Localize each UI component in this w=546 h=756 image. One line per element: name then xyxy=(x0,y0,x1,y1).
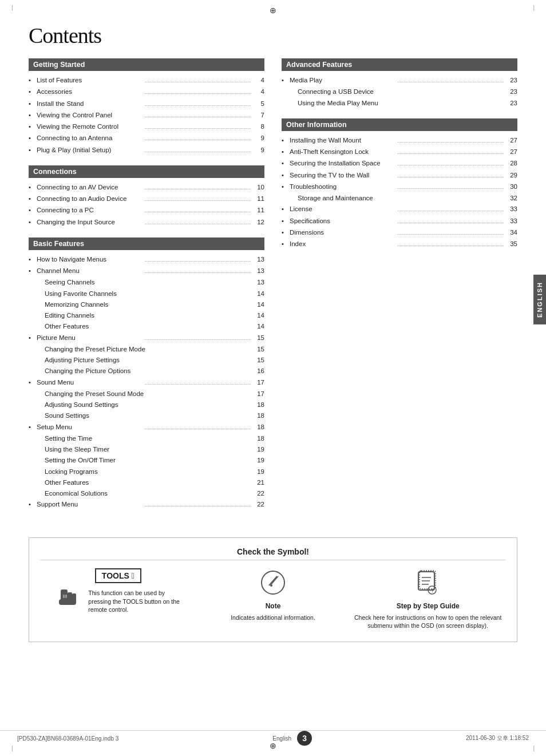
item-label: Changing the Preset Picture Mode xyxy=(45,345,253,354)
dots xyxy=(145,212,251,212)
item-label: Changing the Input Source xyxy=(37,217,143,227)
item-label: Media Play xyxy=(290,76,395,85)
bullet: • xyxy=(29,145,37,155)
sub-item: Using the Media Play Menu 23 xyxy=(282,98,517,108)
list-item: • Channel Menu 13 xyxy=(29,266,264,276)
dots xyxy=(145,272,251,273)
list-item: • Anti-Theft Kensington Lock 27 xyxy=(282,147,517,157)
dots xyxy=(398,246,504,246)
basic-features-list: • How to Navigate Menus 13 • Channel Men… xyxy=(29,255,264,510)
page-num: 19 xyxy=(253,456,264,465)
item-label: Channel Menu xyxy=(37,266,143,276)
note-label: Note xyxy=(266,602,281,610)
note-icon xyxy=(259,568,287,599)
item-label: Securing the Installation Space xyxy=(290,159,395,168)
item-label: Editing Channels xyxy=(45,311,253,320)
list-item: • List of Features 4 xyxy=(29,76,264,85)
sub-item: Locking Programs 19 xyxy=(29,467,264,477)
dots xyxy=(398,211,504,211)
bullet: • xyxy=(282,182,290,192)
item-label: Changing the Preset Sound Mode xyxy=(45,389,253,399)
side-tab: ENGLISH xyxy=(533,275,546,324)
page-num: 33 xyxy=(506,204,517,214)
list-item: • Connecting to an Antenna 9 xyxy=(29,133,264,143)
section-connections: Connections • Connecting to an AV Device… xyxy=(29,165,264,227)
page-num: 9 xyxy=(253,145,264,155)
page-num: 15 xyxy=(253,345,264,354)
sub-item: Sound Settings 18 xyxy=(29,411,264,421)
dots xyxy=(145,506,251,506)
dots xyxy=(145,117,251,117)
page-num: 22 xyxy=(253,489,264,498)
symbol-col-guide: ? Step by Step Guide Check here for inst… xyxy=(350,568,505,630)
section-header-other-information: Other Information xyxy=(282,118,517,131)
bullet: • xyxy=(29,133,37,143)
page-num: 14 xyxy=(253,322,264,331)
item-label: Connecting to a PC xyxy=(37,205,143,215)
item-label: Accessories xyxy=(37,87,143,97)
bullet: • xyxy=(29,194,37,204)
page-num: 18 xyxy=(253,400,264,410)
list-item: • Connecting to an AV Device 10 xyxy=(29,183,264,192)
bullet: • xyxy=(29,378,37,387)
item-label: Connecting to an Audio Device xyxy=(37,194,143,204)
bullet: • xyxy=(282,171,290,180)
section-advanced-features: Advanced Features • Media Play 23 Connec… xyxy=(282,58,517,108)
list-item: • Support Menu 22 xyxy=(29,500,264,509)
page-num: 16 xyxy=(253,366,264,376)
svg-rect-4 xyxy=(63,595,65,598)
page-num: 33 xyxy=(506,216,517,226)
symbol-box: Check the Symbol! TOOLS  xyxy=(29,537,517,642)
page-num: 29 xyxy=(506,171,517,180)
list-item: • Install the Stand 5 xyxy=(29,99,264,109)
sub-item: Editing Channels 14 xyxy=(29,311,264,320)
page-num: 27 xyxy=(506,147,517,157)
bullet: • xyxy=(29,87,37,97)
section-basic-features: Basic Features • How to Navigate Menus 1… xyxy=(29,238,264,510)
page-num: 12 xyxy=(253,217,264,227)
dots xyxy=(145,339,251,340)
page-num: 19 xyxy=(253,467,264,477)
svg-rect-5 xyxy=(65,595,67,598)
dots xyxy=(398,153,504,154)
corner-tr: | xyxy=(533,5,535,11)
sub-item: Using the Sleep Timer 19 xyxy=(29,445,264,454)
section-header-connections: Connections xyxy=(29,165,264,178)
connections-list: • Connecting to an AV Device 10 • Connec… xyxy=(29,183,264,227)
tools-icon-row: This function can be used by pressing th… xyxy=(56,587,180,617)
item-label: Using the Sleep Timer xyxy=(45,445,253,454)
svg-text:?: ? xyxy=(431,588,434,593)
bullet: • xyxy=(29,217,37,227)
svg-rect-3 xyxy=(59,599,76,605)
list-item: • Changing the Input Source 12 xyxy=(29,217,264,227)
footer-right: 2011-06-30 오후 1:18:52 xyxy=(466,734,529,742)
list-item: • Troubleshooting 30 xyxy=(282,182,517,192)
page-num: 13 xyxy=(253,278,264,287)
page-num: 18 xyxy=(253,411,264,421)
col-left: Getting Started • List of Features 4 • A… xyxy=(29,58,264,520)
tools-hand-svg xyxy=(56,587,85,615)
dots xyxy=(398,177,504,177)
list-item: • Securing the Installation Space 28 xyxy=(282,159,517,168)
bullet: • xyxy=(29,333,37,343)
item-label: Using Favorite Channels xyxy=(45,289,253,299)
item-label: Index xyxy=(290,239,395,249)
page-num: 4 xyxy=(253,76,264,85)
guide-svg: ? xyxy=(414,568,442,597)
bullet: • xyxy=(282,204,290,214)
dots xyxy=(145,200,251,201)
list-item: • Installing the Wall Mount 27 xyxy=(282,136,517,145)
dots xyxy=(145,152,251,152)
section-header-basic-features: Basic Features xyxy=(29,238,264,250)
page-num: 23 xyxy=(506,98,517,108)
dots xyxy=(145,189,251,189)
item-label: Locking Programs xyxy=(45,467,253,477)
bullet: • xyxy=(29,110,37,120)
item-label: Dimensions xyxy=(290,228,395,238)
item-label: Economical Solutions xyxy=(45,489,253,498)
page-num: 18 xyxy=(253,422,264,432)
section-other-information: Other Information • Installing the Wall … xyxy=(282,118,517,250)
main-content: Getting Started • List of Features 4 • A… xyxy=(29,58,517,520)
tools-label: TOOLS  xyxy=(95,568,141,583)
list-item: • Index 35 xyxy=(282,239,517,249)
